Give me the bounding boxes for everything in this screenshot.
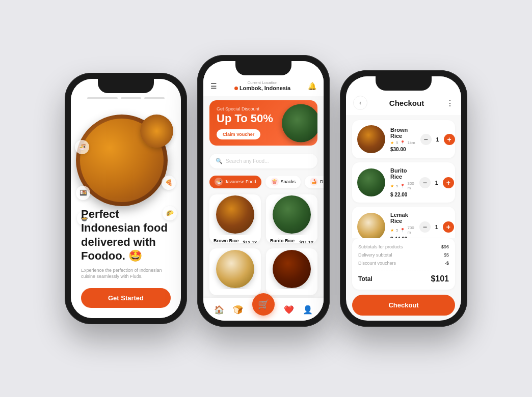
location-info: Current Location Lombok, Indonesia bbox=[234, 80, 290, 91]
discount-label: Discount vouchers bbox=[358, 261, 396, 266]
home-screen: ☰ Current Location Lombok, Indonesia 🔔 G… bbox=[203, 61, 324, 321]
summary-divider bbox=[358, 270, 449, 270]
bowl-image-burito bbox=[357, 168, 385, 196]
bowl-image-brown-rice bbox=[357, 125, 385, 153]
food-card-image-brown-rice bbox=[209, 194, 261, 235]
delivery-label: Delivery subtotal bbox=[358, 252, 392, 258]
item-rating-lemak: ★ 5 📍 700 m bbox=[390, 225, 414, 235]
category-icon-javanese: 🍜 bbox=[215, 178, 223, 186]
qty-minus-brown-rice[interactable]: − bbox=[420, 134, 432, 145]
location-label: Current Location bbox=[234, 80, 290, 85]
small-food-bowl bbox=[140, 115, 173, 148]
food-price-burito: $11,12 bbox=[299, 240, 313, 243]
onboard-content: Perfect Indonesian food delivered with F… bbox=[71, 199, 181, 318]
onboard-subtitle: Experience the perfection of Indonesian … bbox=[81, 267, 171, 280]
notch-3 bbox=[376, 76, 432, 91]
checkout-item-burito: Burito Rice ★ 5 📍 300 m $ 22.00 − 1 bbox=[352, 162, 455, 203]
discount-value: -$ bbox=[445, 261, 449, 266]
item-image-brown-rice bbox=[357, 125, 385, 153]
category-dessert[interactable]: 🍰 Dessert bbox=[305, 176, 324, 188]
qty-plus-lemak[interactable]: + bbox=[443, 221, 454, 233]
food-card-image-lemak bbox=[209, 248, 261, 289]
location-pin-icon: 📍 bbox=[400, 228, 405, 233]
nav-bread-icon[interactable]: 🍞 bbox=[233, 305, 243, 315]
promo-label: Get Special Discount bbox=[217, 106, 273, 111]
onboard-headline: Perfect Indonesian food delivered with F… bbox=[81, 207, 171, 263]
discount-row: Discount vouchers -$ bbox=[358, 261, 449, 266]
item-quantity-lemak: − 1 + bbox=[419, 221, 454, 233]
item-rating-burito: ★ 5 📍 300 m bbox=[390, 181, 414, 190]
item-rating-brown-rice: ★ 5 📍 1km bbox=[390, 140, 415, 145]
search-placeholder: Search any Food... bbox=[226, 158, 269, 164]
menu-icon[interactable]: ☰ bbox=[210, 82, 217, 90]
food-card-info-burito: Burito Rice Saucage food $11,12 bbox=[266, 235, 317, 243]
checkout-title: Checkout bbox=[389, 99, 424, 107]
food-card-brown-rice[interactable]: Brown Rice Saucage food $12,12 bbox=[209, 194, 261, 243]
nav-heart-icon[interactable]: ❤️ bbox=[284, 305, 294, 315]
qty-plus-brown-rice[interactable]: + bbox=[444, 134, 455, 145]
total-value: $101 bbox=[431, 274, 449, 283]
category-snacks[interactable]: 🍿 Snacks bbox=[265, 176, 301, 188]
promo-text: Get Special Discount Up To 50% Claim Vou… bbox=[217, 106, 273, 139]
food-name-brown-rice: Brown Rice bbox=[214, 238, 239, 243]
promo-banner: Get Special Discount Up To 50% Claim Vou… bbox=[209, 100, 317, 146]
deco-icon-2: 🍕 bbox=[162, 176, 176, 190]
category-icon-snacks: 🍿 bbox=[271, 178, 279, 186]
checkout-summary: Subtotals for products $96 Delivery subt… bbox=[352, 238, 455, 290]
food-card-info-lemak bbox=[209, 289, 261, 295]
bowl-brown-rice bbox=[216, 195, 254, 234]
food-card-burito[interactable]: Burito Rice Saucage food $11,12 bbox=[266, 194, 317, 243]
qty-minus-lemak[interactable]: − bbox=[419, 221, 431, 233]
location-dot bbox=[234, 87, 238, 90]
more-options-icon[interactable]: ⋮ bbox=[446, 98, 454, 108]
phone-checkout: ‹ Checkout ⋮ Brown Rice ★ 5 bbox=[340, 70, 467, 327]
bowl-lemak-rice bbox=[216, 250, 254, 288]
bottom-navigation: 🏠 🍞 🛒 ❤️ 👤 bbox=[203, 298, 324, 321]
food-card-info-brown-rice: Brown Rice Saucage food $12,12 bbox=[209, 235, 261, 243]
qty-value-lemak: 1 bbox=[434, 224, 440, 230]
star-icon: ★ bbox=[390, 228, 394, 233]
qty-plus-burito[interactable]: + bbox=[443, 177, 454, 188]
progress-pill-3 bbox=[144, 97, 165, 99]
item-image-lemak bbox=[357, 213, 385, 238]
checkout-item-lemak: Lemak Rice ★ 5 📍 700 m $ 44.00 − 1 bbox=[352, 207, 455, 238]
delivery-value: $5 bbox=[444, 252, 449, 258]
phone-home: ☰ Current Location Lombok, Indonesia 🔔 G… bbox=[197, 55, 330, 327]
food-card-rendang[interactable] bbox=[266, 248, 317, 295]
qty-value-brown-rice: 1 bbox=[435, 136, 441, 143]
nav-home-icon[interactable]: 🏠 bbox=[214, 305, 224, 315]
bowl-burito-rice bbox=[273, 195, 311, 234]
search-icon: 🔍 bbox=[216, 158, 223, 164]
food-grid: Brown Rice Saucage food $12,12 Buri bbox=[203, 191, 324, 298]
get-started-button[interactable]: Get Started bbox=[81, 288, 171, 308]
claim-voucher-button[interactable]: Claim Voucher bbox=[217, 129, 260, 139]
category-icon-dessert: 🍰 bbox=[310, 178, 318, 186]
checkout-items-list: Brown Rice ★ 5 📍 1km $30.00 − 1 bbox=[346, 115, 461, 238]
onboard-screen: 🍜 🍕 🍱 🌮 🍲 Perfect Indonesian food delive… bbox=[71, 79, 181, 318]
delivery-row: Delivery subtotal $5 bbox=[358, 252, 449, 258]
location-pin-icon: 📍 bbox=[400, 140, 405, 145]
promo-title: Up To 50% bbox=[217, 112, 273, 125]
location-pin-icon: 📍 bbox=[400, 184, 405, 188]
back-button[interactable]: ‹ bbox=[353, 96, 367, 110]
deco-icon-1: 🍜 bbox=[75, 140, 89, 154]
bowl-rendang bbox=[273, 250, 311, 288]
notch-1 bbox=[98, 79, 154, 93]
checkout-button[interactable]: Checkout bbox=[352, 295, 455, 316]
bowl-image-lemak bbox=[357, 213, 385, 238]
food-name-burito: Burito Rice bbox=[270, 238, 295, 243]
item-details-burito: Burito Rice ★ 5 📍 300 m $ 22.00 bbox=[390, 167, 414, 197]
nav-cart-button[interactable]: 🛒 bbox=[252, 293, 275, 316]
category-javanese[interactable]: 🍜 Javanese Food bbox=[209, 176, 261, 188]
search-bar[interactable]: 🔍 Search any Food... bbox=[209, 154, 317, 168]
item-name-brown-rice: Brown Rice bbox=[390, 127, 415, 139]
checkout-screen: ‹ Checkout ⋮ Brown Rice ★ 5 bbox=[346, 76, 461, 321]
nav-profile-icon[interactable]: 👤 bbox=[303, 305, 313, 315]
subtotal-value: $96 bbox=[441, 244, 449, 249]
food-card-lemak[interactable] bbox=[209, 248, 261, 295]
qty-minus-burito[interactable]: − bbox=[419, 177, 431, 188]
subtotal-row: Subtotals for products $96 bbox=[358, 244, 449, 249]
food-card-image-rendang bbox=[266, 248, 317, 289]
notification-icon[interactable]: 🔔 bbox=[308, 82, 316, 90]
category-list: 🍜 Javanese Food 🍿 Snacks 🍰 Dessert bbox=[203, 173, 324, 191]
